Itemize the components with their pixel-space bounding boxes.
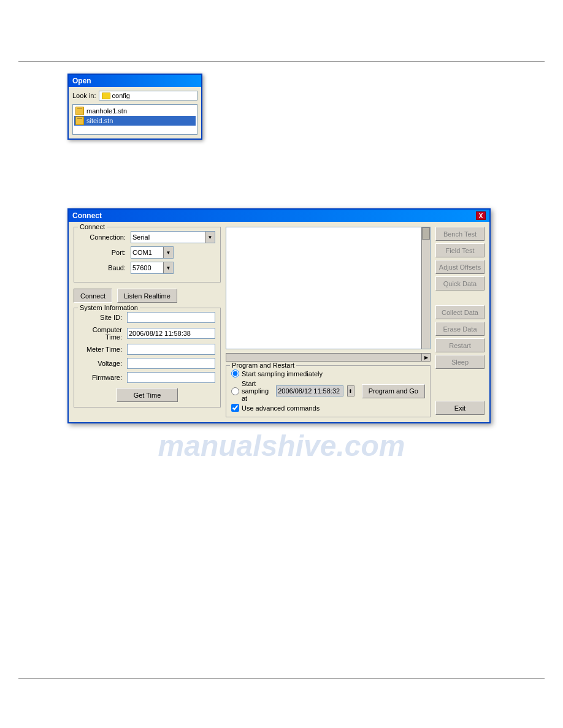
datetime-spinner[interactable]: ⬆ bbox=[347, 385, 354, 396]
adjust-offsets-button[interactable]: Adjust Offsets bbox=[435, 260, 484, 274]
sleep-button[interactable]: Sleep bbox=[435, 355, 484, 369]
voltage-field[interactable] bbox=[127, 358, 215, 369]
file-item-manhole[interactable]: manhole1.stn bbox=[74, 106, 196, 116]
get-time-button[interactable]: Get Time bbox=[117, 388, 178, 402]
baud-row: Baud: 9600 19200 38400 57600 115200 ▼ bbox=[79, 262, 215, 274]
left-panel: Connect Connection: Serial USB Network ▼… bbox=[74, 227, 221, 417]
open-dialog-body: Look in: config manhole1.stn siteid.stn bbox=[69, 87, 201, 138]
open-dialog: Open Look in: config manhole1.stn siteid… bbox=[67, 74, 202, 140]
connect-dialog: Connect X Connect Connection: Serial USB… bbox=[67, 208, 491, 423]
look-in-value: config bbox=[112, 92, 130, 99]
get-time-row: Get Time bbox=[79, 388, 215, 402]
file-item-siteid[interactable]: siteid.stn bbox=[74, 116, 196, 126]
listen-realtime-button[interactable]: Listen Realtime bbox=[117, 289, 177, 303]
use-advanced-label: Use advanced commands bbox=[242, 404, 320, 412]
meter-time-field[interactable] bbox=[127, 344, 215, 355]
log-scrollbar-vertical[interactable] bbox=[421, 227, 430, 349]
connect-button[interactable]: Connect bbox=[74, 289, 112, 303]
bench-test-button[interactable]: Bench Test bbox=[435, 227, 484, 241]
radio-immediate[interactable] bbox=[231, 370, 239, 377]
connect-buttons: Connect Listen Realtime bbox=[74, 289, 221, 303]
close-button[interactable]: X bbox=[476, 211, 486, 220]
log-area bbox=[226, 227, 431, 349]
top-divider bbox=[18, 61, 545, 62]
system-info-legend: System Information bbox=[78, 304, 140, 311]
port-select[interactable]: COM1 COM2 COM3 COM4 bbox=[131, 246, 174, 259]
file-icon-manhole bbox=[75, 107, 84, 115]
collect-data-button[interactable]: Collect Data bbox=[435, 305, 484, 319]
log-scrollbar-right-arrow: ▶ bbox=[421, 354, 430, 361]
look-in-row: Look in: config bbox=[72, 91, 197, 100]
exit-button[interactable]: Exit bbox=[435, 401, 484, 415]
radio-at[interactable] bbox=[231, 387, 239, 395]
file-icon-siteid bbox=[75, 116, 84, 125]
radio-at-label: Start sampling at bbox=[242, 380, 272, 402]
connection-row: Connection: Serial USB Network ▼ bbox=[79, 231, 215, 243]
site-id-field[interactable] bbox=[127, 312, 215, 323]
program-restart-legend: Program and Restart bbox=[230, 362, 296, 369]
connection-label: Connection: bbox=[79, 233, 128, 241]
radio-at-row: Start sampling at bbox=[231, 380, 272, 402]
log-scrollbar-thumb bbox=[422, 227, 430, 240]
open-dialog-titlebar: Open bbox=[69, 75, 201, 87]
file-name-manhole: manhole1.stn bbox=[86, 107, 127, 115]
file-list: manhole1.stn siteid.stn bbox=[72, 104, 197, 135]
firmware-label: Firmware: bbox=[79, 374, 124, 381]
erase-data-button[interactable]: Erase Data bbox=[435, 322, 484, 336]
quick-data-button[interactable]: Quick Data bbox=[435, 276, 484, 290]
button-spacer bbox=[435, 293, 484, 303]
use-advanced-row: Use advanced commands bbox=[231, 404, 425, 412]
field-test-button[interactable]: Field Test bbox=[435, 243, 484, 257]
file-name-siteid: siteid.stn bbox=[86, 117, 113, 124]
baud-label: Baud: bbox=[79, 264, 128, 271]
connection-select-wrapper: Serial USB Network ▼ bbox=[131, 231, 215, 243]
voltage-label: Voltage: bbox=[79, 360, 124, 367]
firmware-field[interactable] bbox=[127, 372, 215, 383]
computer-time-row: Computer Time: bbox=[79, 326, 215, 341]
system-info-group: System Information Site ID: Computer Tim… bbox=[74, 308, 221, 408]
meter-time-label: Meter Time: bbox=[79, 346, 124, 353]
program-row: Start sampling at ⬆ Program and Go bbox=[231, 380, 425, 402]
port-label: Port: bbox=[79, 249, 128, 256]
open-dialog-title: Open bbox=[72, 77, 91, 85]
connection-select[interactable]: Serial USB Network bbox=[131, 231, 215, 243]
log-scrollbar-horizontal[interactable]: ▶ bbox=[226, 353, 431, 362]
folder-icon bbox=[102, 93, 110, 99]
radio-immediate-row: Start sampling immediately bbox=[231, 370, 425, 377]
baud-select-wrapper: 9600 19200 38400 57600 115200 ▼ bbox=[131, 262, 174, 274]
right-panel-bottom: Exit bbox=[435, 401, 484, 417]
meter-time-row: Meter Time: bbox=[79, 344, 215, 355]
restart-button[interactable]: Restart bbox=[435, 338, 484, 352]
baud-select[interactable]: 9600 19200 38400 57600 115200 bbox=[131, 262, 174, 274]
firmware-row: Firmware: bbox=[79, 372, 215, 383]
program-go-button[interactable]: Program and Go bbox=[362, 384, 425, 398]
middle-panel: ▶ Program and Restart Start sampling imm… bbox=[226, 227, 431, 417]
sampling-datetime-input[interactable] bbox=[276, 385, 343, 396]
right-panel-top: Bench Test Field Test Adjust Offsets Qui… bbox=[435, 227, 484, 398]
site-id-label: Site ID: bbox=[79, 314, 124, 321]
port-select-wrapper: COM1 COM2 COM3 COM4 ▼ bbox=[131, 246, 174, 259]
computer-time-field[interactable] bbox=[127, 328, 215, 339]
connect-dialog-body: Connect Connection: Serial USB Network ▼… bbox=[69, 222, 489, 422]
program-restart-section: Program and Restart Start sampling immed… bbox=[226, 365, 431, 417]
right-panel: Bench Test Field Test Adjust Offsets Qui… bbox=[435, 227, 484, 417]
voltage-row: Voltage: bbox=[79, 358, 215, 369]
connect-titlebar: Connect X bbox=[69, 210, 489, 222]
bottom-divider bbox=[18, 678, 545, 679]
computer-time-label: Computer Time: bbox=[79, 326, 124, 341]
site-id-row: Site ID: bbox=[79, 312, 215, 323]
connect-group-legend: Connect bbox=[78, 223, 107, 230]
look-in-box[interactable]: config bbox=[99, 91, 197, 100]
connect-group: Connect Connection: Serial USB Network ▼… bbox=[74, 227, 221, 282]
radio-immediate-label: Start sampling immediately bbox=[242, 370, 323, 377]
look-in-label: Look in: bbox=[72, 92, 96, 99]
watermark: manualshive.com bbox=[158, 429, 405, 463]
port-row: Port: COM1 COM2 COM3 COM4 ▼ bbox=[79, 246, 215, 259]
use-advanced-checkbox[interactable] bbox=[231, 404, 239, 412]
connect-title: Connect bbox=[72, 211, 102, 220]
